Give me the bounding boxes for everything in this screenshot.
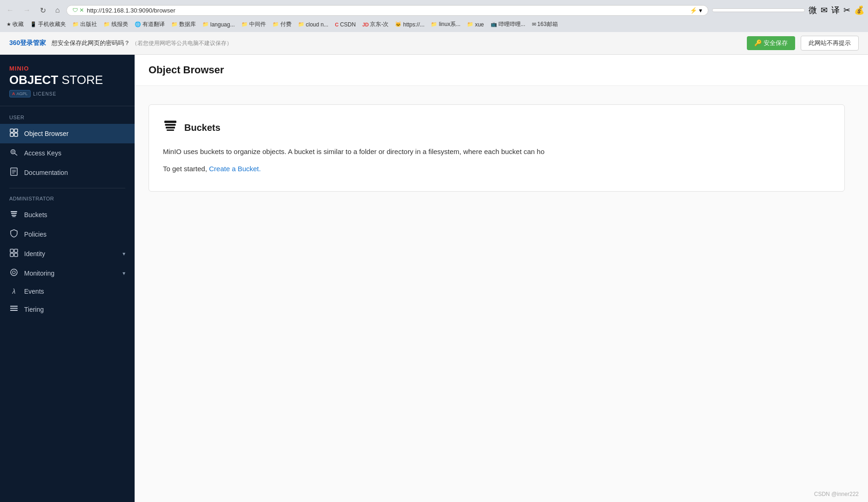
svg-rect-13	[12, 215, 16, 216]
folder-icon: 📁	[202, 21, 209, 27]
bookmark-news[interactable]: 📁 线报类	[101, 19, 131, 29]
main-body: Buckets MinIO uses buckets to organize o…	[135, 86, 868, 502]
bookmark-163mail[interactable]: ✉ 163邮箱	[529, 19, 561, 29]
folder-icon: 📁	[272, 21, 279, 27]
sidebar-item-policies[interactable]: Policies	[0, 225, 135, 244]
admin-section-title: Administrator	[0, 196, 135, 205]
tiering-icon	[9, 304, 19, 315]
weibo-icon[interactable]: 微	[809, 5, 817, 16]
buckets-card-icon	[163, 119, 178, 137]
main-header: Object Browser	[135, 55, 868, 86]
identity-icon	[9, 249, 19, 259]
bookmark-paid[interactable]: 📁 付费	[270, 19, 294, 29]
bookmark-label: 收藏	[13, 20, 24, 28]
save-password-button[interactable]: 🔑 安全保存	[747, 36, 795, 50]
browser-nav-icons: 微 ✉ 译 ✂ 💰	[809, 5, 864, 16]
sidebar-item-identity[interactable]: Identity ▾	[0, 244, 135, 264]
gold-icon[interactable]: 💰	[854, 5, 864, 15]
svg-rect-2	[10, 133, 13, 136]
object-browser-icon	[9, 129, 19, 139]
svg-rect-26	[166, 127, 175, 129]
bookmark-mobile[interactable]: 📱 手机收藏夹	[27, 19, 69, 29]
svg-point-20	[13, 271, 15, 274]
bookmark-bilibili[interactable]: 📺 哔哩哔哩...	[488, 19, 528, 29]
bookmark-middleware[interactable]: 📁 中间件	[239, 19, 269, 29]
monitoring-chevron: ▾	[123, 270, 125, 277]
sidebar-item-tiering[interactable]: Tiering	[0, 300, 135, 319]
address-bar[interactable]: 🛡 ✕ http://192.168.1.30:9090/browser ⚡ ▾	[66, 5, 708, 16]
object-browser-label: Object Browser	[24, 130, 125, 137]
sidebar: MINIO OBJECT STORE A AGPL LICENSE User	[0, 55, 135, 502]
bookmark-label: 线报类	[111, 20, 128, 28]
bookmark-language[interactable]: 📁 languag...	[200, 20, 238, 29]
home-button[interactable]: ⌂	[52, 5, 63, 15]
buckets-card-title: Buckets	[184, 122, 220, 133]
bookmark-label: https://...	[403, 21, 424, 28]
bookmark-linux[interactable]: 📁 linux系...	[428, 19, 463, 29]
app-layout: MINIO OBJECT STORE A AGPL LICENSE User	[0, 55, 868, 502]
reload-button[interactable]: ↻	[37, 5, 49, 16]
buckets-icon	[9, 210, 19, 220]
mail-icon[interactable]: ✉	[821, 5, 828, 15]
password-banner: 360登录管家 想安全保存此网页的密码吗？ （若您使用网吧等公共电脑不建议保存）…	[0, 32, 868, 55]
bookmark-label: xue	[475, 21, 484, 28]
sidebar-item-buckets[interactable]: Buckets	[0, 205, 135, 225]
bookmark-database[interactable]: 📁 数据库	[168, 19, 199, 29]
sidebar-item-monitoring[interactable]: Monitoring ▾	[0, 264, 135, 283]
bookmark-publisher[interactable]: 📁 出版社	[70, 19, 100, 29]
scissors-icon[interactable]: ✂	[843, 5, 850, 15]
identity-chevron: ▾	[123, 251, 125, 257]
github-icon: 🐱	[395, 21, 402, 27]
svg-rect-24	[164, 121, 176, 123]
user-section-title: User	[0, 115, 135, 124]
bookmark-label: linux系...	[439, 20, 460, 28]
bookmark-cloud[interactable]: 📁 cloud n...	[295, 20, 331, 29]
svg-rect-11	[11, 211, 17, 212]
sidebar-item-access-keys[interactable]: Access Keys	[0, 143, 135, 163]
no-save-button[interactable]: 此网站不再提示	[801, 36, 859, 51]
search-bar[interactable]	[712, 8, 805, 12]
create-bucket-link[interactable]: Create a Bucket.	[209, 165, 261, 173]
bookmark-label: CSDN	[340, 21, 356, 28]
bookmark-xue[interactable]: 📁 xue	[464, 20, 486, 29]
main-content: Object Browser Buckets MinIO uses bucke	[135, 55, 868, 502]
globe-icon: 🌐	[135, 21, 141, 27]
footer-credit: CSDN @inner222	[814, 491, 859, 497]
svg-rect-14	[13, 216, 16, 217]
bookmark-label: 京东-次	[370, 20, 389, 28]
bookmark-translate[interactable]: 🌐 有道翻译	[132, 19, 168, 29]
sidebar-item-documentation[interactable]: Documentation	[0, 163, 135, 182]
folder-icon: 📁	[72, 21, 79, 27]
documentation-label: Documentation	[24, 169, 125, 176]
back-button[interactable]: ←	[4, 5, 17, 15]
bookmark-jd[interactable]: JD 京东-次	[359, 19, 391, 29]
security-icon: 🛡 ✕	[72, 7, 84, 13]
bookmark-label: 中间件	[249, 20, 266, 28]
sidebar-item-events[interactable]: λ Events	[0, 283, 135, 300]
buckets-card-header: Buckets	[163, 119, 830, 137]
address-bar-icons: ⚡ ▾	[690, 7, 702, 14]
tiering-label: Tiering	[24, 306, 125, 313]
bookmark-label: 手机收藏夹	[38, 20, 66, 28]
bookmark-favorites[interactable]: ★ 收藏	[4, 19, 26, 29]
sidebar-logo: MINIO OBJECT STORE A AGPL LICENSE	[0, 55, 135, 106]
forward-button[interactable]: →	[20, 5, 33, 15]
access-keys-label: Access Keys	[24, 149, 125, 157]
svg-rect-16	[14, 249, 18, 252]
bookmark-github[interactable]: 🐱 https://...	[392, 20, 427, 29]
bookmark-label: languag...	[210, 21, 235, 28]
bookmark-label: 163邮箱	[538, 20, 558, 28]
admin-section: Administrator Buckets	[0, 192, 135, 321]
star-icon: ★	[6, 21, 11, 27]
policies-label: Policies	[24, 231, 125, 238]
user-section: User Object Browser	[0, 106, 135, 184]
360-logo: 360登录管家	[9, 39, 46, 47]
sidebar-item-object-browser[interactable]: Object Browser	[0, 124, 135, 143]
svg-rect-25	[165, 124, 176, 126]
agpl-badge: A AGPL	[9, 90, 31, 97]
svg-rect-0	[10, 129, 13, 132]
translate-icon[interactable]: 译	[831, 5, 840, 16]
bookmark-csdn[interactable]: C CSDN	[332, 20, 358, 29]
svg-rect-12	[11, 213, 17, 214]
svg-point-6	[12, 151, 14, 153]
